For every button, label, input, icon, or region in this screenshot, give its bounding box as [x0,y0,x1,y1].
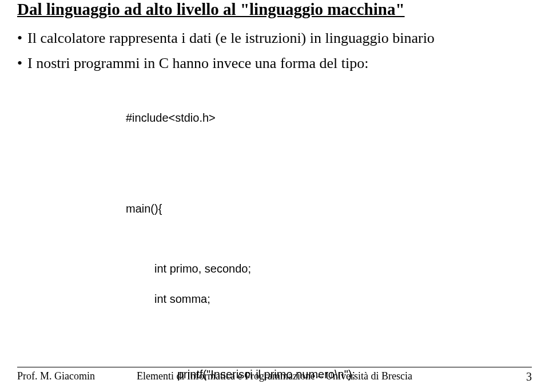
slide-title: Dal linguaggio ad alto livello al "lingu… [17,0,532,19]
code-line-include: #include<stdio.h> [126,110,532,125]
code-block: #include<stdio.h> main(){ int primo, sec… [126,80,532,392]
bullet-list: Il calcolatore rappresenta i dati (e le … [17,30,532,72]
slide-page: Dal linguaggio ad alto livello al "lingu… [0,0,549,392]
footer-rule [17,367,532,367]
bullet-item-2: I nostri programmi in C hanno invece una… [17,55,532,72]
code-line-decl2: int somma; [154,291,532,306]
footer-course: Elementi di Informatica e Programmazione… [0,370,549,382]
code-line-decl1: int primo, secondo; [154,261,532,276]
slide-footer: Prof. M. Giacomin Elementi di Informatic… [0,367,549,387]
code-line-main: main(){ [126,201,532,216]
footer-page-number: 3 [526,370,532,383]
bullet-item-1: Il calcolatore rappresenta i dati (e le … [17,30,532,47]
